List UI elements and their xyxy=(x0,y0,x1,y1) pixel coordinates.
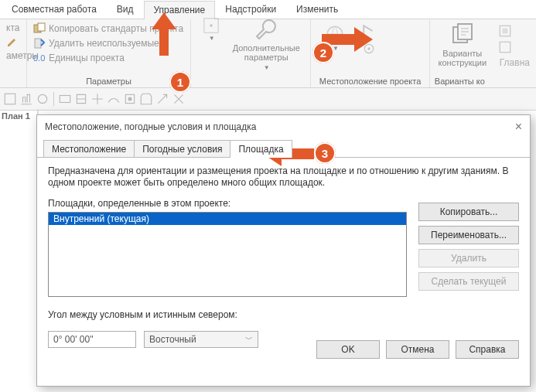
qat-icon[interactable] xyxy=(123,92,137,106)
globe-icon[interactable] xyxy=(325,24,345,44)
design-options-icon xyxy=(450,22,475,47)
tab-location[interactable]: Местоположение xyxy=(43,140,135,158)
angle-label: Угол между условным и истинным севером: xyxy=(48,309,519,320)
tab-view[interactable]: Вид xyxy=(107,0,144,19)
orientation-combo[interactable]: Восточный ﹀ xyxy=(144,331,258,348)
btn-design-options[interactable]: Варианты конструкции xyxy=(435,22,490,67)
btn-design-options-label: Варианты конструкции xyxy=(435,49,490,67)
btn-copy-standards-label: Копировать стандарты проекта xyxy=(49,23,183,34)
ok-button[interactable]: OK xyxy=(316,340,380,359)
opt2-icon[interactable] xyxy=(498,40,512,54)
chevron-down-icon: ﹀ xyxy=(245,334,253,345)
btn-additional-params[interactable]: Дополнительные параметры ▼ xyxy=(234,17,299,73)
svg-point-14 xyxy=(38,94,46,103)
orientation-value: Восточный xyxy=(149,334,196,345)
qat-icon[interactable] xyxy=(90,92,104,106)
svg-rect-13 xyxy=(5,94,15,104)
qat-icon[interactable] xyxy=(172,92,186,106)
svg-rect-15 xyxy=(60,96,70,103)
list-item[interactable]: Внутренний (текущая) xyxy=(49,213,406,225)
btn-purge[interactable]: Удалить неиспользуемые xyxy=(32,36,185,50)
wrench-icon xyxy=(254,17,278,42)
btn-copy-standards[interactable]: Копировать стандарты проекта xyxy=(32,22,185,36)
svg-point-5 xyxy=(210,24,213,27)
group-label-params: Параметры xyxy=(27,75,190,87)
copy-button[interactable]: Копировать... xyxy=(418,203,519,221)
close-icon[interactable]: × xyxy=(491,120,522,134)
qat-icon[interactable] xyxy=(19,92,33,106)
btn-units[interactable]: 0.0 Единицы проекта xyxy=(32,51,185,65)
ribbon: кта аметры Копировать стандарты проекта … xyxy=(0,19,536,88)
rename-button[interactable]: Переименовать... xyxy=(418,226,519,244)
qat-icon[interactable] xyxy=(155,92,169,106)
delete-button: Удалить xyxy=(418,249,519,268)
help-button[interactable]: Справка xyxy=(456,340,519,359)
svg-rect-17 xyxy=(128,97,132,101)
tab-collab[interactable]: Совместная работа xyxy=(2,0,107,19)
btn-purge-label: Удалить неиспользуемые xyxy=(49,38,159,49)
main-option-label: Главна xyxy=(498,56,531,69)
group-label-variants: Варианты ко xyxy=(430,75,536,87)
site-description: Предназначена для ориентации и размещени… xyxy=(48,165,519,189)
make-current-button: Сделать текущей xyxy=(418,272,519,291)
snap-icon[interactable] xyxy=(203,17,220,34)
opt1-icon[interactable] xyxy=(498,24,512,38)
angle-input[interactable]: 0° 00' 00" xyxy=(48,331,136,348)
quick-toolbar xyxy=(0,88,536,111)
view-tab-plan1[interactable]: План 1 xyxy=(0,109,39,129)
units-icon: 0.0 xyxy=(33,52,46,64)
coords-icon[interactable] xyxy=(362,24,376,38)
qat-icon[interactable] xyxy=(3,92,17,106)
svg-text:0.0: 0.0 xyxy=(33,53,45,63)
pencil-icon xyxy=(6,36,19,48)
chevron-down-icon: ▼ xyxy=(333,45,339,52)
svg-rect-12 xyxy=(500,42,510,53)
svg-point-8 xyxy=(368,47,370,49)
qat-icon[interactable] xyxy=(36,92,50,106)
btn-additional-params-label: Дополнительные параметры xyxy=(233,43,300,62)
qat-icon[interactable] xyxy=(58,92,72,106)
tab-weather[interactable]: Погодные условия xyxy=(134,140,230,158)
sites-listbox[interactable]: Внутренний (текущая) xyxy=(48,212,407,297)
dialog-title: Местоположение, погодные условия и площа… xyxy=(45,121,256,132)
location-dialog: Местоположение, погодные условия и площа… xyxy=(36,114,531,387)
svg-rect-2 xyxy=(35,39,41,48)
svg-rect-1 xyxy=(38,23,45,31)
group-label-location: Местоположение проекта xyxy=(311,75,428,87)
chevron-down-icon: ▼ xyxy=(264,63,270,73)
qat-icon[interactable] xyxy=(139,92,153,106)
cancel-button[interactable]: Отмена xyxy=(386,340,449,359)
qat-icon[interactable] xyxy=(107,92,121,106)
transfer-icon xyxy=(33,22,46,35)
tab-site[interactable]: Площадка xyxy=(230,140,292,158)
purge-icon xyxy=(33,37,46,49)
qat-icon[interactable] xyxy=(74,92,88,106)
chevron-down-icon: ▼ xyxy=(209,35,215,42)
btn-units-label: Единицы проекта xyxy=(49,53,125,63)
position-icon[interactable] xyxy=(362,42,376,56)
